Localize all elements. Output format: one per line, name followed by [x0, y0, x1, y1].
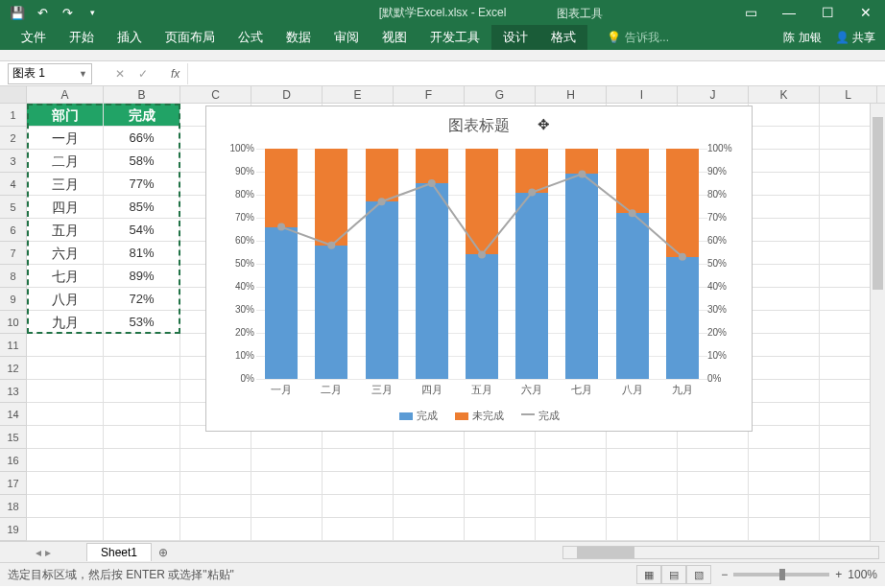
cell-A15[interactable]	[27, 426, 104, 449]
cell-B19[interactable]	[104, 518, 180, 541]
view-normal-icon[interactable]: ▦	[636, 565, 661, 584]
undo-icon[interactable]: ↶	[31, 2, 54, 23]
row-header-1[interactable]: 1	[0, 104, 27, 127]
column-header-B[interactable]: B	[104, 86, 180, 103]
cell-B8[interactable]: 89%	[104, 265, 180, 288]
cell-F16[interactable]	[394, 449, 465, 472]
cell-I17[interactable]	[607, 472, 678, 495]
cell-B9[interactable]: 72%	[104, 288, 180, 311]
close-icon[interactable]: ✕	[847, 0, 885, 25]
cell-F19[interactable]	[394, 518, 465, 541]
cell-L8[interactable]	[820, 265, 877, 288]
cell-A7[interactable]: 六月	[27, 242, 104, 265]
cell-D17[interactable]	[251, 472, 323, 495]
cell-L7[interactable]	[820, 242, 877, 265]
row-header-11[interactable]: 11	[0, 334, 27, 357]
zoom-slider-thumb[interactable]	[779, 569, 785, 580]
column-header-K[interactable]: K	[749, 86, 820, 103]
sheet-nav-buttons[interactable]: ◂ ▸	[0, 546, 86, 559]
column-header-E[interactable]: E	[323, 86, 394, 103]
row-header-8[interactable]: 8	[0, 265, 27, 288]
cell-D18[interactable]	[251, 495, 323, 518]
cell-F18[interactable]	[394, 495, 465, 518]
row-header-17[interactable]: 17	[0, 472, 27, 495]
cell-C19[interactable]	[180, 518, 251, 541]
cell-A1[interactable]: 部门	[27, 104, 104, 127]
enter-formula-icon[interactable]: ✓	[138, 67, 148, 81]
column-header-F[interactable]: F	[394, 86, 465, 103]
cell-J17[interactable]	[678, 472, 749, 495]
row-header-3[interactable]: 3	[0, 150, 27, 173]
save-icon[interactable]: 💾	[6, 2, 29, 23]
cell-G18[interactable]	[465, 495, 536, 518]
cell-C18[interactable]	[180, 495, 251, 518]
cell-K17[interactable]	[749, 472, 820, 495]
cell-K13[interactable]	[749, 380, 820, 403]
cell-L6[interactable]	[820, 219, 877, 242]
user-name[interactable]: 陈 加银	[783, 30, 821, 46]
cell-A10[interactable]: 九月	[27, 311, 104, 334]
name-box[interactable]: 图表 1 ▼	[8, 63, 92, 84]
column-header-J[interactable]: J	[678, 86, 749, 103]
formula-input[interactable]	[187, 63, 885, 84]
cell-B1[interactable]: 完成	[104, 104, 180, 127]
cell-L12[interactable]	[820, 357, 877, 380]
cell-L13[interactable]	[820, 380, 877, 403]
scrollbar-thumb[interactable]	[873, 117, 883, 290]
cell-K19[interactable]	[749, 518, 820, 541]
ribbon-options-icon[interactable]: ▭	[731, 0, 770, 25]
cell-L9[interactable]	[820, 288, 877, 311]
cell-K8[interactable]	[749, 265, 820, 288]
tab-page-layout[interactable]: 页面布局	[154, 25, 227, 50]
cell-B18[interactable]	[104, 495, 180, 518]
cell-L4[interactable]	[820, 173, 877, 196]
row-header-5[interactable]: 5	[0, 196, 27, 219]
zoom-slider[interactable]	[733, 573, 829, 576]
horizontal-scrollbar[interactable]	[562, 546, 879, 559]
cell-B7[interactable]: 81%	[104, 242, 180, 265]
cell-K15[interactable]	[749, 426, 820, 449]
row-header-13[interactable]: 13	[0, 380, 27, 403]
cell-G16[interactable]	[465, 449, 536, 472]
minimize-icon[interactable]: —	[770, 0, 808, 25]
cell-B15[interactable]	[104, 426, 180, 449]
row-header-9[interactable]: 9	[0, 288, 27, 311]
cell-J18[interactable]	[678, 495, 749, 518]
tab-home[interactable]: 开始	[58, 25, 106, 50]
cell-K14[interactable]	[749, 403, 820, 426]
cell-F17[interactable]	[394, 472, 465, 495]
embedded-chart[interactable]: 图表标题 ✥ 0%10%20%30%40%50%60%70%80%90%100%…	[205, 106, 753, 432]
cell-H16[interactable]	[536, 449, 607, 472]
tab-insert[interactable]: 插入	[106, 25, 154, 50]
cell-B13[interactable]	[104, 380, 180, 403]
tab-view[interactable]: 视图	[371, 25, 419, 50]
cell-K16[interactable]	[749, 449, 820, 472]
cell-L11[interactable]	[820, 334, 877, 357]
tab-chart-format[interactable]: 格式	[539, 25, 587, 50]
cell-I18[interactable]	[607, 495, 678, 518]
cell-A12[interactable]	[27, 357, 104, 380]
cell-A3[interactable]: 二月	[27, 150, 104, 173]
cell-L19[interactable]	[820, 518, 877, 541]
cell-B5[interactable]: 85%	[104, 196, 180, 219]
cell-A6[interactable]: 五月	[27, 219, 104, 242]
tab-data[interactable]: 数据	[275, 25, 323, 50]
row-header-2[interactable]: 2	[0, 127, 27, 150]
column-header-D[interactable]: D	[251, 86, 323, 103]
chevron-down-icon[interactable]: ▼	[79, 69, 87, 79]
cell-L17[interactable]	[820, 472, 877, 495]
row-header-16[interactable]: 16	[0, 449, 27, 472]
cell-K12[interactable]	[749, 357, 820, 380]
cell-A17[interactable]	[27, 472, 104, 495]
zoom-out-button[interactable]: −	[721, 568, 728, 581]
cell-B12[interactable]	[104, 357, 180, 380]
cell-A9[interactable]: 八月	[27, 288, 104, 311]
scrollbar-thumb[interactable]	[577, 547, 634, 558]
cell-K3[interactable]	[749, 150, 820, 173]
cell-I19[interactable]	[607, 518, 678, 541]
fx-icon[interactable]: fx	[171, 67, 179, 81]
chart-title[interactable]: 图表标题 ✥	[206, 106, 752, 142]
cell-L15[interactable]	[820, 426, 877, 449]
cell-J19[interactable]	[678, 518, 749, 541]
worksheet-grid[interactable]: ABCDEFGHIJKL 1部门完成2一月66%3二月58%4三月77%5四月8…	[0, 86, 885, 541]
